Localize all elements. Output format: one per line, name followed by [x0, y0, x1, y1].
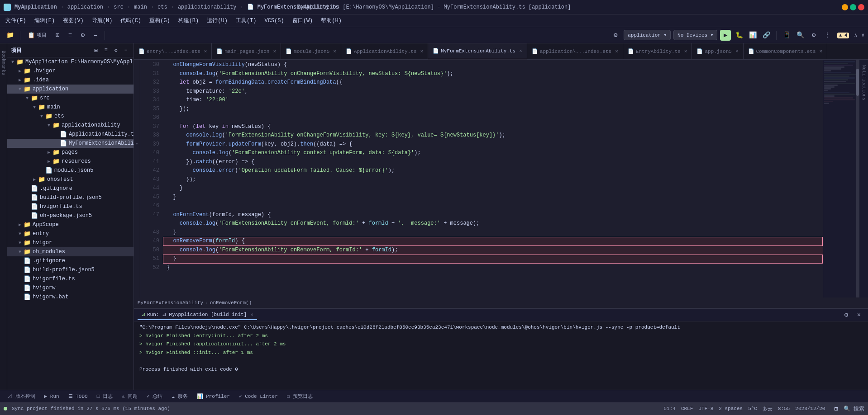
menu-refactor[interactable]: 重构(G) — [146, 15, 174, 26]
tab-close-main-pages[interactable]: × — [273, 49, 276, 54]
activity-explorer[interactable]: 📁 — [4, 29, 16, 42]
maximize-button[interactable]: □ — [850, 4, 856, 10]
menu-file[interactable]: 文件(F) — [2, 15, 30, 26]
tree-item-hvigorfile-ts[interactable]: 📄 hvigorfile.ts — [7, 202, 134, 211]
attach-button[interactable]: 🔗 — [761, 30, 772, 41]
tree-item-ets[interactable]: ▼ 📁 ets — [7, 112, 134, 121]
tab-application-index[interactable]: 📄 application\...Index.ets × — [527, 43, 623, 60]
menu-run[interactable]: 运行(U) — [203, 15, 231, 26]
status-encoding[interactable]: CRLF — [681, 406, 693, 411]
tree-item-root-build[interactable]: 📄 build-profile.json5 — [7, 265, 134, 274]
bottom-btn-codelinter[interactable]: ✓ Code Linter — [235, 391, 281, 401]
breadcrumb-myform[interactable]: MyFormExtensionAbility — [138, 300, 203, 306]
tree-item-oh-package[interactable]: 📄 oh-package.json5 — [7, 211, 134, 220]
tree-item-myapplication[interactable]: ▼ 📁 MyApplication E:\HarmonyOS\MyApplica… — [7, 57, 134, 66]
bottom-btn-summary[interactable]: ✓ 总结 — [143, 391, 166, 401]
device-select[interactable]: No Devices ▾ — [673, 30, 717, 40]
tree-item-gitignore[interactable]: 📄 .gitignore — [7, 184, 134, 193]
status-position[interactable]: 51:4 — [663, 406, 675, 411]
tab-main-pages[interactable]: 📄 main_pages.json × — [212, 43, 281, 60]
tree-item-applicationability-ts[interactable]: 📄 ApplicationAbility.ts — [7, 130, 134, 139]
toolbar-settings-btn[interactable]: ⚙ — [77, 30, 88, 41]
tab-entry-ability[interactable]: 📄 EntryAbility.ts × — [623, 43, 692, 60]
tree-item-resources[interactable]: ▶ 📁 resources — [7, 157, 134, 166]
sidebar-action-collapse[interactable]: – — [122, 46, 130, 54]
sidebar-action-expand[interactable]: ⊞ — [92, 46, 100, 54]
notifications-label[interactable]: Notifications — [860, 61, 867, 104]
profile-button[interactable]: 📊 — [747, 30, 758, 41]
tree-item-hvigorw[interactable]: 📄 hvigorw — [7, 283, 134, 292]
menu-edit[interactable]: 编辑(E) — [31, 15, 59, 26]
run-tab-close[interactable]: ✕ — [250, 311, 253, 317]
bottom-btn-run[interactable]: ▶ Run — [41, 391, 63, 401]
more-actions-btn[interactable]: ⋮ — [822, 30, 833, 41]
bookmarks-label[interactable]: Bookmarks — [0, 47, 7, 79]
taskbar-search[interactable]: 🔍 搜索 — [844, 405, 864, 413]
menu-build[interactable]: 构建(B) — [175, 15, 203, 26]
tree-item-module-json[interactable]: 📄 module.json5 — [7, 166, 134, 175]
bottom-btn-profiler[interactable]: 📊 Profiler — [193, 391, 234, 401]
tree-item-oh-modules[interactable]: ▼ 📁 oh_modules — [7, 247, 134, 256]
tree-item-root-hvigorfile[interactable]: 📄 hvigorfile.ts — [7, 274, 134, 283]
tree-item-appscope[interactable]: ▶ 📁 AppScope — [7, 220, 134, 229]
menu-code[interactable]: 代码(C) — [117, 15, 145, 26]
tree-item-hvigor[interactable]: ▶ 📁 .hvigor — [7, 66, 134, 75]
tree-item-build-profile[interactable]: 📄 build-profile.json5 — [7, 193, 134, 202]
tree-item-ohostest[interactable]: ▶ 📁 ohosTest — [7, 175, 134, 184]
sidebar-action-gear[interactable]: ⚙ — [112, 46, 120, 54]
tree-item-hvigor2[interactable]: ▼ 📁 hvigor — [7, 238, 134, 247]
bottom-btn-problems[interactable]: ⚠ 问题 — [118, 391, 141, 401]
menu-help[interactable]: 帮助(H) — [317, 15, 345, 26]
tree-item-idea[interactable]: ▶ 📁 .idea — [7, 75, 134, 85]
tab-close-myform[interactable]: × — [519, 48, 522, 54]
menu-tools[interactable]: 工具(T) — [232, 15, 260, 26]
tab-common-components[interactable]: 📄 CommonComponents.ets × — [744, 43, 828, 60]
search-everywhere-btn[interactable]: 🔍 — [795, 30, 806, 41]
tab-close-entry[interactable]: × — [204, 49, 207, 54]
tab-entry-index[interactable]: 📄 entry\...Index.ets × — [134, 43, 212, 60]
code-text[interactable]: onChangeFormVisibility(newStatus) { cons… — [163, 60, 823, 297]
taskbar-start[interactable]: ⊞ — [834, 405, 838, 413]
tab-module-json5[interactable]: 📄 module.json5 × — [281, 43, 341, 60]
settings-btn[interactable]: ⚙ — [808, 30, 819, 41]
app-config-select[interactable]: application ▾ — [624, 30, 671, 40]
bottom-btn-vcs[interactable]: ⊿ 版本控制 — [4, 391, 39, 401]
tree-item-src[interactable]: ▼ 📁 src — [7, 94, 134, 103]
bottom-btn-log[interactable]: □ 日志 — [93, 391, 116, 401]
tab-close-entry-ability[interactable]: × — [684, 49, 687, 54]
menu-view[interactable]: 视图(V) — [59, 15, 87, 26]
tree-item-main[interactable]: ▼ 📁 main — [7, 103, 134, 112]
status-charset[interactable]: UTF-8 — [698, 406, 713, 411]
toolbar-collapse-btn[interactable]: – — [90, 30, 101, 41]
tab-close-app-json5[interactable]: × — [735, 49, 739, 54]
tab-close-application-ability[interactable]: × — [420, 49, 424, 54]
menu-vcs[interactable]: VCS(S) — [261, 16, 287, 26]
tree-item-root-gitignore[interactable]: 📄 .gitignore — [7, 256, 134, 265]
tree-item-applicationability[interactable]: ▼ 📁 applicationability — [7, 121, 134, 130]
tree-item-application[interactable]: ▼ 📁 application — [7, 85, 134, 94]
tab-close-application-index[interactable]: × — [615, 49, 618, 54]
toolbar-sort-btn[interactable]: ≡ — [65, 30, 76, 41]
tab-close-module-json5[interactable]: × — [333, 49, 336, 54]
settings-icon[interactable]: ⚙ — [610, 30, 621, 41]
bottom-btn-preview[interactable]: ☐ 预览日志 — [283, 391, 316, 401]
tab-myform[interactable]: 📄 MyFormExtensionAbility.ts × — [428, 43, 527, 60]
sidebar-action-sort[interactable]: ≡ — [102, 46, 110, 54]
tree-item-pages[interactable]: ▶ 📁 pages — [7, 148, 134, 157]
menu-nav[interactable]: 导航(N) — [88, 15, 116, 26]
tab-application-ability[interactable]: 📄 ApplicationAbility.ts × — [341, 43, 428, 60]
code-editor[interactable]: ● — [134, 60, 868, 308]
run-close-btn[interactable]: × — [854, 310, 864, 321]
device-manager-btn[interactable]: 📱 — [781, 30, 792, 41]
status-indent[interactable]: 2 spaces — [719, 406, 743, 411]
minimap-scrollbar-thumb[interactable] — [856, 69, 859, 96]
minimize-button[interactable]: — — [842, 4, 848, 10]
bottom-btn-services[interactable]: ☁ 服务 — [168, 391, 191, 401]
menu-window[interactable]: 窗口(W) — [289, 15, 317, 26]
tree-item-entry[interactable]: ▼ 📁 entry — [7, 229, 134, 238]
tab-app-json5[interactable]: 📄 app.json5 × — [692, 43, 743, 60]
tree-item-hvigorw-bat[interactable]: 📄 hvigorw.bat — [7, 292, 134, 302]
run-button[interactable]: ▶ — [720, 30, 731, 41]
status-sync[interactable]: Sync project finished in 27 s 676 ms (15… — [12, 406, 170, 411]
debug-button[interactable]: 🐛 — [734, 30, 744, 41]
